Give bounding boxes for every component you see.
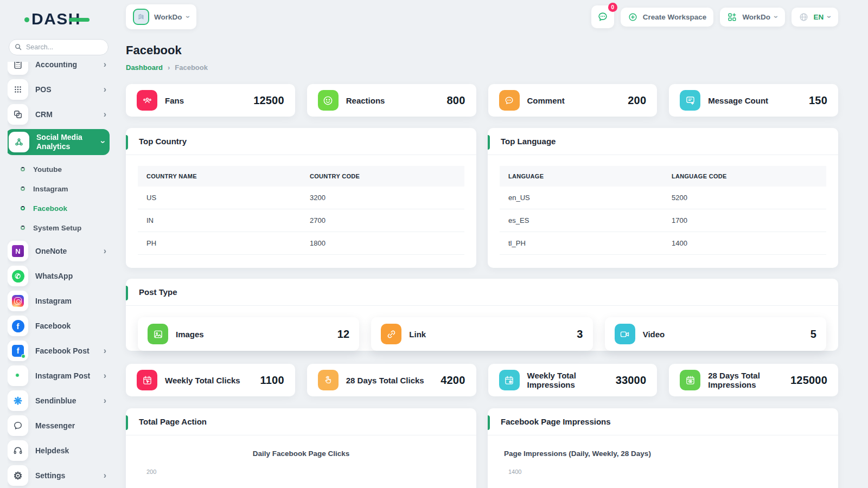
- stat-value: 125000: [790, 374, 827, 387]
- chevron-right-icon: ›: [104, 85, 110, 94]
- sidebar: DASH Accounting › POS › CRM ›: [0, 0, 115, 488]
- building-icon: [133, 9, 149, 25]
- sidebar-item-messenger[interactable]: Messenger: [8, 415, 110, 436]
- sidebar-item-label: Facebook: [35, 322, 110, 331]
- table-row: tl_PH 1400: [500, 232, 826, 255]
- section-title: Top Country: [139, 137, 187, 146]
- sidebar-item-social-media-analytics[interactable]: Social Media Analytics ›: [8, 129, 110, 155]
- sidebar-item-settings[interactable]: Settings ›: [8, 465, 110, 486]
- search-input[interactable]: [9, 39, 108, 55]
- table-cell: 3200: [301, 187, 464, 209]
- workdo-menu-label: WorkDo: [742, 13, 770, 21]
- table-cell: 1700: [663, 209, 826, 232]
- sidebar-search: [9, 39, 108, 55]
- gear-icon: [8, 465, 28, 486]
- sidebar-item-pos[interactable]: POS ›: [8, 79, 110, 100]
- search-icon: [14, 43, 22, 51]
- users-icon: [137, 90, 157, 111]
- workdo-menu-button[interactable]: WorkDo ›: [720, 8, 784, 27]
- post-type-card: Post Type Images 12 Link 3 V: [126, 279, 838, 351]
- stat-label: Video: [643, 330, 803, 339]
- create-workspace-button[interactable]: Create Workspace: [621, 8, 714, 27]
- sidebar-item-instagram[interactable]: Instagram: [8, 291, 110, 311]
- grid-dots-icon: [8, 79, 28, 100]
- sidebar-item-whatsapp[interactable]: WhatsApp: [8, 266, 110, 286]
- facebook-page-impressions-header: Facebook Page Impressions: [488, 408, 838, 435]
- stats-row-1: Fans 12500 Reactions 800 Comment 200 Mes…: [126, 84, 838, 117]
- stat-label: 28 Days Total Clicks: [346, 376, 433, 385]
- message-plus-icon: [680, 90, 700, 111]
- post-type-video: Video 5: [605, 317, 826, 351]
- stat-value: 12: [337, 328, 350, 341]
- chart-title: Daily Facebook Page Clicks: [126, 450, 476, 458]
- stat-value: 3: [577, 328, 583, 341]
- facebook-page-impressions-card: Facebook Page Impressions Page Impressio…: [488, 408, 838, 488]
- stat-label: Images: [176, 330, 330, 339]
- chat-bubble-icon: [597, 11, 609, 23]
- sidebar-item-accounting[interactable]: Accounting ›: [8, 62, 110, 75]
- sidebar-item-label: Helpdesk: [35, 446, 110, 455]
- sidebar-item-label: POS: [35, 85, 97, 94]
- create-workspace-label: Create Workspace: [643, 13, 707, 21]
- sidebar-item-facebook-post[interactable]: Facebook Post ›: [8, 341, 110, 361]
- section-title: Facebook Page Impressions: [501, 417, 611, 426]
- bullet-icon: [21, 226, 25, 230]
- plus-circle-icon: [628, 12, 638, 22]
- breadcrumb-dashboard-link[interactable]: Dashboard: [126, 63, 163, 72]
- language-button[interactable]: EN ›: [792, 8, 838, 27]
- stat-card-message-count: Message Count 150: [669, 84, 838, 117]
- grid-plus-icon: [727, 12, 737, 22]
- chevron-down-icon: ›: [184, 16, 193, 18]
- top-country-header: Top Country: [126, 128, 476, 155]
- column-header: COUNTRY NAME: [138, 166, 301, 187]
- stat-label: Message Count: [708, 96, 801, 105]
- chat-button[interactable]: 0: [591, 5, 614, 28]
- chevron-right-icon: ›: [104, 471, 110, 480]
- top-country-table: COUNTRY NAME COUNTRY CODE US 3200 IN 270…: [138, 166, 464, 255]
- sidebar-item-helpdesk[interactable]: Helpdesk: [8, 440, 110, 461]
- sidebar-subitem-label: Youtube: [33, 165, 62, 174]
- sidebar-item-label: CRM: [35, 110, 97, 119]
- onenote-icon: [8, 241, 28, 261]
- sidebar-item-sendinblue[interactable]: Sendinblue ›: [8, 390, 110, 411]
- sidebar-item-label: Instagram Post: [35, 371, 97, 381]
- status-dot: [15, 373, 20, 377]
- status-dot: [21, 354, 25, 358]
- facebook-post-icon: [8, 341, 28, 361]
- headset-icon: [8, 440, 28, 461]
- stat-card-reactions: Reactions 800: [307, 84, 476, 117]
- sidebar-item-facebook[interactable]: Facebook: [8, 316, 110, 336]
- chevron-down-icon: ›: [772, 16, 781, 18]
- sidebar-item-label: Settings: [35, 471, 97, 480]
- top-language-table: LANGUAGE LANGUAGE CODE en_US 5200 es_ES …: [500, 166, 826, 255]
- sidebar-item-onenote[interactable]: OneNote ›: [8, 241, 110, 261]
- sidebar-subitem-youtube[interactable]: Youtube: [8, 159, 110, 179]
- instagram-post-icon: [8, 365, 28, 386]
- topbar: WorkDo › 0 Create Workspace WorkDo: [126, 4, 838, 29]
- brand-logo[interactable]: DASH: [31, 10, 81, 28]
- sidebar-subitem-instagram[interactable]: Instagram: [8, 179, 110, 198]
- sidebar-item-label: Instagram: [35, 297, 110, 306]
- workspace-switcher-button[interactable]: WorkDo ›: [126, 4, 196, 29]
- breadcrumb: Dashboard › Facebook: [126, 63, 838, 72]
- chat-badge: 0: [608, 3, 617, 12]
- crm-windows-icon: [8, 104, 28, 125]
- sidebar-subitem-system-setup[interactable]: System Setup: [8, 218, 110, 237]
- chevron-right-icon: ›: [104, 371, 110, 381]
- table-cell: 1400: [663, 232, 826, 255]
- sidebar-item-crm[interactable]: CRM ›: [8, 104, 110, 125]
- sidebar-item-instagram-post[interactable]: Instagram Post ›: [8, 365, 110, 386]
- y-axis-tick: 200: [146, 468, 476, 475]
- sidebar-item-label: OneNote: [35, 247, 97, 256]
- stat-card-comment: Comment 200: [488, 84, 658, 117]
- table-row: es_ES 1700: [500, 209, 826, 232]
- sidebar-nav: Accounting › POS › CRM › Social Media An…: [8, 62, 110, 488]
- main-content: WorkDo › 0 Create Workspace WorkDo: [115, 0, 868, 488]
- table-cell: en_US: [500, 187, 663, 209]
- stat-card-28days-total-clicks: 28 Days Total Clicks 4200: [307, 364, 476, 396]
- sidebar-subitem-facebook[interactable]: Facebook: [8, 198, 110, 218]
- sidebar-item-label: Sendinblue: [35, 396, 97, 406]
- total-page-action-card: Total Page Action Daily Facebook Page Cl…: [126, 408, 476, 488]
- bullet-icon: [21, 167, 25, 171]
- chevron-down-icon: ›: [98, 140, 107, 143]
